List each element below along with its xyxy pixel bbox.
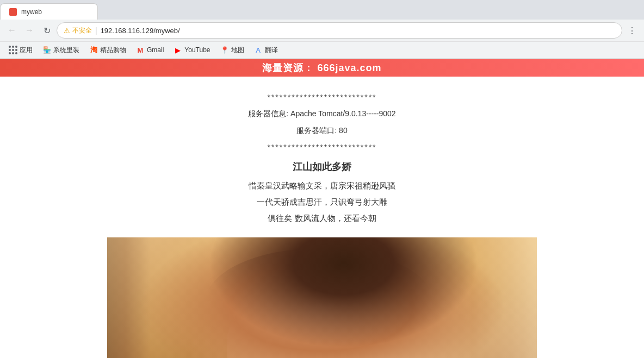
tab-bar: myweb: [0, 0, 644, 20]
browser-chrome: myweb ← → ↻ ⚠ 不安全 | 192.168.116.129/mywe…: [0, 0, 644, 59]
bookmarks-bar: 应用 🏪 系统里装 淘 精品购物 M Gmail ▶ YouTube 📍 地图 …: [0, 41, 644, 59]
url-separator: |: [95, 26, 97, 35]
bookmark-install-label: 系统里装: [53, 46, 79, 55]
active-tab[interactable]: myweb: [0, 3, 98, 20]
security-label: 不安全: [72, 26, 92, 35]
bookmark-youtube[interactable]: ▶ YouTube: [169, 44, 214, 56]
stars-top: ***************************: [11, 93, 633, 102]
poem-line-3: 俱往矣 数风流人物，还看今朝: [11, 210, 633, 227]
taobao-icon: 淘: [89, 46, 98, 54]
bookmark-taobao-label: 精品购物: [100, 46, 126, 55]
warning-icon: ⚠: [64, 27, 70, 35]
bookmark-gmail[interactable]: M Gmail: [132, 44, 168, 56]
portrait-image: CSDN @dengfengling999: [107, 237, 537, 358]
apps-icon: [9, 46, 17, 54]
url-display: 192.168.116.129/myweb/: [101, 27, 615, 35]
bookmark-translate[interactable]: A 翻译: [250, 44, 282, 56]
reload-button[interactable]: ↻: [39, 23, 54, 38]
poem-line-1: 惜秦皇汉武略输文采，唐宗宋祖稍逊风骚: [11, 178, 633, 194]
server-info-line: 服务器信息: Apache Tomcat/9.0.13-----9002: [11, 107, 633, 121]
nav-bar: ← → ↻ ⚠ 不安全 | 192.168.116.129/myweb/ ⋮: [0, 20, 644, 41]
bookmark-install[interactable]: 🏪 系统里装: [38, 44, 84, 56]
security-badge: ⚠ 不安全: [64, 26, 92, 35]
gmail-icon: M: [136, 46, 145, 54]
bookmark-apps-label: 应用: [20, 46, 33, 55]
main-content: *************************** 服务器信息: Apach…: [0, 77, 644, 358]
tab-title: myweb: [21, 8, 42, 16]
poem-line-2: 一代天骄成吉思汗，只识弯弓射大雕: [11, 194, 633, 210]
youtube-icon: ▶: [174, 46, 182, 54]
bookmark-taobao[interactable]: 淘 精品购物: [85, 44, 131, 56]
install-icon: 🏪: [42, 46, 51, 54]
forward-button[interactable]: →: [22, 23, 37, 38]
bookmark-maps[interactable]: 📍 地图: [216, 44, 249, 56]
bookmark-gmail-label: Gmail: [147, 46, 164, 54]
maps-icon: 📍: [220, 46, 229, 54]
server-port-line: 服务器端口: 80: [11, 124, 633, 137]
page-content: 海量资源： 666java.com **********************…: [0, 59, 644, 358]
stars-bottom: ***************************: [11, 143, 633, 152]
bookmark-translate-label: 翻译: [265, 46, 278, 55]
bookmark-youtube-label: YouTube: [184, 46, 210, 54]
translate-icon: A: [254, 46, 263, 54]
bookmark-apps[interactable]: 应用: [4, 44, 37, 56]
bookmark-maps-label: 地图: [231, 46, 244, 55]
back-button[interactable]: ←: [4, 23, 20, 38]
watermark-bar: 海量资源： 666java.com: [0, 59, 644, 77]
portrait-overlay: [107, 237, 537, 358]
poem-title: 江山如此多娇: [11, 160, 633, 173]
tab-favicon: [9, 8, 17, 16]
address-bar[interactable]: ⚠ 不安全 | 192.168.116.129/myweb/: [57, 22, 622, 39]
menu-button[interactable]: ⋮: [624, 23, 640, 38]
watermark-text: 海量资源： 666java.com: [262, 62, 381, 73]
